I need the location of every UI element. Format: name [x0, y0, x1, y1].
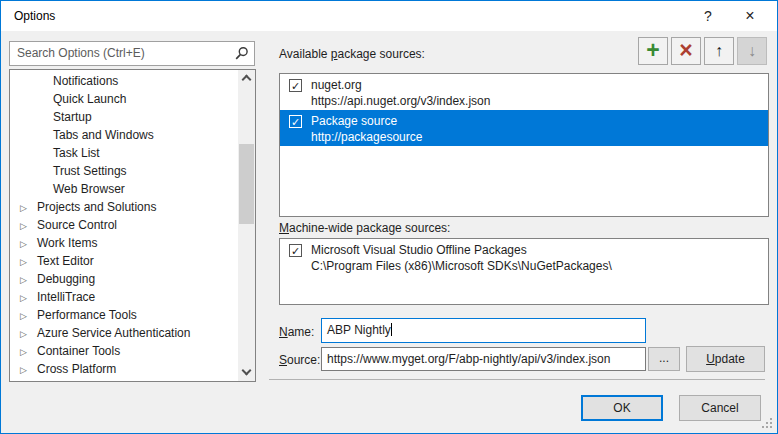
tree-item-task-list[interactable]: Task List [10, 144, 255, 162]
tree-item-trust-settings[interactable]: Trust Settings [10, 162, 255, 180]
source-input[interactable]: https://www.myget.org/F/abp-nightly/api/… [321, 347, 646, 371]
package-source-row-package-source[interactable]: ✓ Package source http://packagesource [280, 110, 768, 146]
source-url: https://api.nuget.org/v3/index.json [311, 93, 490, 109]
update-button[interactable]: Update [686, 346, 765, 372]
available-sources-label: Available package sources: [279, 47, 425, 61]
down-arrow-icon: ↓ [748, 42, 756, 59]
tree-item-azure-service-authentication[interactable]: ▷Azure Service Authentication [10, 324, 255, 342]
remove-source-button[interactable]: × [671, 37, 701, 65]
chevron-right-icon[interactable]: ▷ [20, 217, 37, 235]
tree-item-database-tools-clipped[interactable]: ▷Database Tools [10, 378, 255, 382]
x-icon: × [679, 37, 692, 63]
tree-item-work-items[interactable]: ▷Work Items [10, 234, 255, 252]
up-arrow-icon: ↑ [715, 42, 723, 59]
source-label: Source: [279, 353, 320, 367]
name-label: Name: [279, 325, 314, 339]
window-title: Options [14, 9, 55, 23]
tree-item-performance-tools[interactable]: ▷Performance Tools [10, 306, 255, 324]
source-url: C:\Program Files (x86)\Microsoft SDKs\Nu… [311, 258, 612, 274]
tree-item-text-editor[interactable]: ▷Text Editor [10, 252, 255, 270]
tree-item-intellitrace[interactable]: ▷IntelliTrace [10, 288, 255, 306]
machine-source-row[interactable]: ✓ Microsoft Visual Studio Offline Packag… [280, 239, 768, 275]
source-name: nuget.org [311, 77, 490, 93]
source-name: Microsoft Visual Studio Offline Packages [311, 242, 612, 258]
separator [269, 379, 765, 380]
cancel-button[interactable]: Cancel [679, 395, 761, 421]
chevron-right-icon[interactable]: ▷ [20, 361, 37, 379]
options-dialog: Options ? × Search Options (Ctrl+E) Noti… [0, 0, 778, 434]
source-url: http://packagesource [311, 129, 422, 145]
move-down-button[interactable]: ↓ [737, 37, 767, 65]
tree-item-tabs-and-windows[interactable]: Tabs and Windows [10, 126, 255, 144]
checkbox-checked[interactable]: ✓ [289, 244, 302, 257]
scroll-thumb[interactable] [239, 144, 254, 224]
resize-grip[interactable] [770, 426, 772, 428]
tree-item-quick-launch[interactable]: Quick Launch [10, 90, 255, 108]
tree-item-source-control[interactable]: ▷Source Control [10, 216, 255, 234]
search-placeholder: Search Options (Ctrl+E) [17, 46, 145, 60]
tree-item-notifications[interactable]: Notifications [10, 72, 255, 90]
chevron-up-icon [242, 75, 252, 85]
ok-button[interactable]: OK [581, 395, 663, 421]
chevron-right-icon[interactable]: ▷ [20, 253, 37, 271]
options-tree: Notifications Quick Launch Startup Tabs … [9, 69, 256, 382]
tree-item-container-tools[interactable]: ▷Container Tools [10, 342, 255, 360]
tree-item-debugging[interactable]: ▷Debugging [10, 270, 255, 288]
name-input[interactable]: ABP Nightly [321, 318, 646, 343]
scroll-down-button[interactable] [238, 364, 255, 381]
chevron-right-icon[interactable]: ▷ [20, 307, 37, 325]
chevron-right-icon[interactable]: ▷ [20, 343, 37, 361]
scroll-up-button[interactable] [238, 70, 255, 87]
tree-scrollbar[interactable] [238, 70, 255, 381]
help-button[interactable]: ? [691, 1, 725, 31]
chevron-right-icon[interactable]: ▷ [20, 235, 37, 253]
plus-icon: + [646, 37, 659, 63]
checkbox-checked[interactable]: ✓ [289, 115, 302, 128]
chevron-down-icon [242, 366, 252, 376]
chevron-right-icon[interactable]: ▷ [20, 289, 37, 307]
titlebar: Options ? × [1, 1, 777, 31]
machine-sources-list: ✓ Microsoft Visual Studio Offline Packag… [279, 238, 769, 305]
tree-item-startup[interactable]: Startup [10, 108, 255, 126]
move-up-button[interactable]: ↑ [704, 37, 734, 65]
chevron-right-icon[interactable]: ▷ [20, 325, 37, 343]
machine-sources-label: Machine-wide package sources: [279, 221, 450, 235]
search-input[interactable]: Search Options (Ctrl+E) [9, 41, 255, 66]
package-sources-list: ✓ nuget.org https://api.nuget.org/v3/ind… [279, 73, 769, 217]
tree-item-cross-platform[interactable]: ▷Cross Platform [10, 360, 255, 378]
tree-item-projects-and-solutions[interactable]: ▷Projects and Solutions [10, 198, 255, 216]
package-source-row-nuget[interactable]: ✓ nuget.org https://api.nuget.org/v3/ind… [280, 74, 768, 110]
close-button[interactable]: × [733, 1, 767, 31]
text-caret [391, 323, 392, 336]
checkbox-checked[interactable]: ✓ [289, 79, 302, 92]
search-icon [234, 46, 249, 61]
add-source-button[interactable]: + [638, 37, 668, 65]
tree-item-web-browser[interactable]: Web Browser [10, 180, 255, 198]
chevron-right-icon[interactable]: ▷ [20, 379, 37, 382]
chevron-right-icon[interactable]: ▷ [20, 199, 37, 217]
source-name: Package source [311, 113, 422, 129]
chevron-right-icon[interactable]: ▷ [20, 271, 37, 289]
browse-button[interactable]: ... [648, 347, 680, 371]
